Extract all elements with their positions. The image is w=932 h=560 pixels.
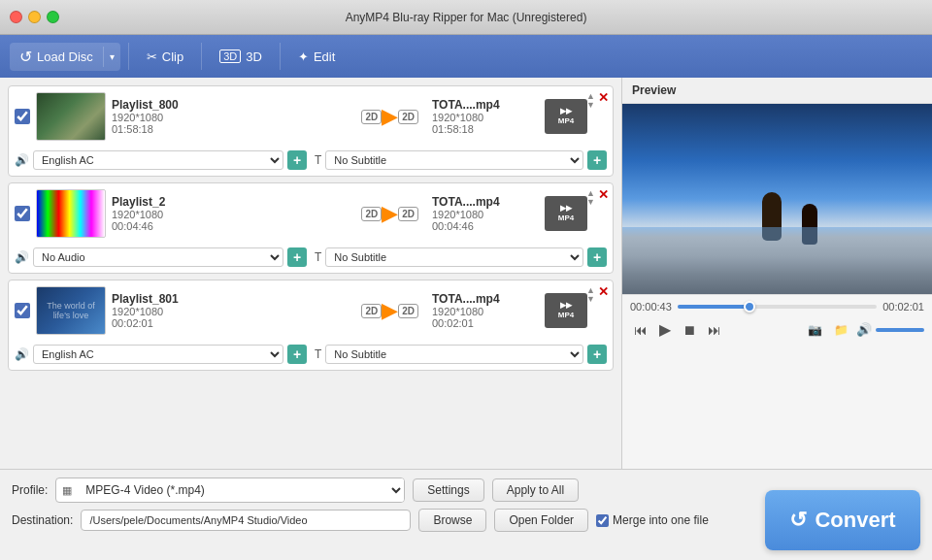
window-controls: [10, 11, 59, 23]
item-3-checkbox[interactable]: [15, 303, 30, 318]
settings-button[interactable]: Settings: [413, 478, 483, 502]
minimize-button[interactable]: [28, 11, 41, 23]
expand-3-icon[interactable]: ▲ ▼: [586, 286, 595, 304]
item-3-audio-row: 🔊 English AC No Audio +: [15, 345, 307, 364]
play-button[interactable]: ▶: [655, 318, 675, 341]
destination-input[interactable]: [81, 510, 411, 531]
item-3-audio-select[interactable]: English AC No Audio: [33, 345, 283, 364]
separator-3: [280, 43, 281, 70]
load-disc-button[interactable]: ↺ Load Disc ▾: [10, 43, 120, 71]
item-2-arrow: 2D ▶ 2D: [353, 201, 426, 226]
clip-button[interactable]: ✂ Clip: [137, 45, 193, 69]
merge-checkbox[interactable]: [596, 514, 609, 527]
profile-label: Profile:: [12, 483, 48, 497]
item-1-audio-select[interactable]: English AC No Audio: [33, 150, 283, 170]
item-2-format-icon[interactable]: ▶▶MP4: [545, 196, 587, 231]
item-3-output-name: TOTA....mp4: [432, 292, 539, 306]
sub-icon-2: T: [315, 250, 321, 264]
item-1-badge-2d-in: 2D: [361, 110, 382, 124]
volume-slider[interactable]: [876, 328, 924, 332]
item-3-name: Playlist_801: [112, 292, 348, 306]
profile-select-wrap: ▦ MPEG-4 Video (*.mp4): [55, 478, 405, 503]
convert-label: Convert: [815, 508, 895, 533]
stop-button[interactable]: ⏹: [679, 320, 700, 340]
item-1-output: TOTA....mp4 1920*1080 01:58:18: [432, 98, 539, 135]
item-1-badge-2d-out: 2D: [398, 110, 418, 124]
skip-back-button[interactable]: ⏮: [630, 320, 651, 340]
item-3-sub-row: T No Subtitle +: [315, 345, 607, 364]
clip-label: Clip: [162, 49, 183, 64]
item-3-tracks: 🔊 English AC No Audio + T No Subtitle +: [15, 341, 607, 364]
current-time: 00:00:43: [630, 301, 672, 313]
item-3-arrow-icon: ▶: [382, 298, 398, 323]
destination-label: Destination:: [12, 513, 73, 527]
close-item-3-button[interactable]: ✕: [598, 284, 609, 299]
convert-button[interactable]: ↺ Convert: [765, 490, 920, 550]
timeline-track[interactable]: [678, 305, 877, 309]
folder-button[interactable]: 📁: [830, 321, 852, 339]
expand-2-icon[interactable]: ▲ ▼: [586, 189, 595, 207]
item-2-dur: 00:04:46: [112, 220, 348, 232]
apply-to-all-button[interactable]: Apply to All: [492, 478, 579, 502]
convert-icon: ↺: [789, 508, 807, 533]
playlist-item: ✕ ▲ ▼ Playlist_2 1920*1080 00:04:46 2D ▶…: [8, 182, 614, 274]
item-2-audio-select[interactable]: No Audio English AC: [33, 247, 283, 267]
item-3-format-icon[interactable]: ▶▶MP4: [545, 293, 587, 328]
item-1-res: 1920*1080: [112, 112, 348, 123]
item-1-sub-row: T No Subtitle +: [315, 150, 607, 170]
item-2-res: 1920*1080: [112, 209, 348, 220]
load-disc-dropdown[interactable]: ▾: [103, 47, 120, 67]
expand-1-icon[interactable]: ▲ ▼: [586, 92, 595, 110]
item-1-sub-select[interactable]: No Subtitle: [325, 150, 583, 170]
maximize-button[interactable]: [47, 11, 59, 23]
edit-label: Edit: [314, 49, 335, 64]
item-2-name: Playlist_2: [112, 195, 348, 209]
item-2-header: Playlist_2 1920*1080 00:04:46 2D ▶ 2D TO…: [15, 189, 607, 238]
item-2-badge-2d-out: 2D: [398, 207, 418, 221]
item-2-arrow-icon: ▶: [382, 201, 398, 226]
close-item-1-button[interactable]: ✕: [598, 90, 609, 105]
item-3-badge-2d-in: 2D: [361, 304, 382, 318]
item-1-sub-add[interactable]: +: [587, 150, 607, 170]
skip-forward-button[interactable]: ⏭: [704, 320, 725, 340]
preview-video: [622, 104, 932, 294]
timeline-thumb: [744, 301, 755, 313]
3d-button[interactable]: 3D 3D: [210, 45, 272, 69]
title-bar: AnyMP4 Blu-ray Ripper for Mac (Unregiste…: [0, 0, 932, 35]
item-1-audio-add[interactable]: +: [287, 150, 307, 170]
item-2-audio-add[interactable]: +: [287, 247, 307, 267]
item-2-sub-add[interactable]: +: [587, 247, 607, 267]
item-1-output-dur: 01:58:18: [432, 123, 539, 135]
browse-button[interactable]: Browse: [418, 509, 486, 532]
preview-controls: 00:00:43 00:02:01 ⏮ ▶ ⏹ ⏭ 📷 📁 🔊: [622, 294, 932, 346]
close-item-2-button[interactable]: ✕: [598, 187, 609, 202]
item-2-output-dur: 00:04:46: [432, 220, 539, 232]
item-2-sub-select[interactable]: No Subtitle: [325, 247, 583, 267]
playlist-panel[interactable]: ✕ ▲ ▼ Playlist_800 1920*1080 01:58:18 2D…: [0, 78, 621, 469]
load-disc-main[interactable]: ↺ Load Disc: [10, 43, 103, 71]
item-3-sub-select[interactable]: No Subtitle: [325, 345, 583, 364]
preview-title: Preview: [622, 78, 932, 104]
item-1-header: Playlist_800 1920*1080 01:58:18 2D ▶ 2D …: [15, 92, 607, 141]
profile-select[interactable]: MPEG-4 Video (*.mp4): [78, 478, 404, 502]
item-3-sub-add[interactable]: +: [587, 345, 607, 364]
screenshot-button[interactable]: 📷: [804, 321, 826, 339]
item-1-checkbox[interactable]: [15, 109, 30, 124]
merge-label: Merge into one file: [613, 513, 709, 527]
separator-1: [128, 43, 129, 70]
open-folder-button[interactable]: Open Folder: [494, 509, 588, 532]
item-3-audio-add[interactable]: +: [287, 345, 307, 364]
item-2-checkbox[interactable]: [15, 206, 30, 221]
sub-icon-3: T: [315, 347, 321, 361]
close-button[interactable]: [10, 11, 22, 23]
item-2-output-name: TOTA....mp4: [432, 195, 539, 209]
item-1-arrow: 2D ▶ 2D: [353, 104, 426, 129]
edit-button[interactable]: ✦ Edit: [288, 45, 345, 69]
edit-icon: ✦: [298, 49, 309, 64]
item-3-res: 1920*1080: [112, 306, 348, 317]
bottom-bar: Profile: ▦ MPEG-4 Video (*.mp4) Settings…: [0, 469, 932, 560]
audio-icon-2: 🔊: [15, 250, 29, 264]
item-2-sub-row: T No Subtitle +: [315, 247, 607, 267]
item-1-format-icon[interactable]: ▶▶MP4: [545, 99, 587, 134]
item-1-dur: 01:58:18: [112, 123, 348, 135]
